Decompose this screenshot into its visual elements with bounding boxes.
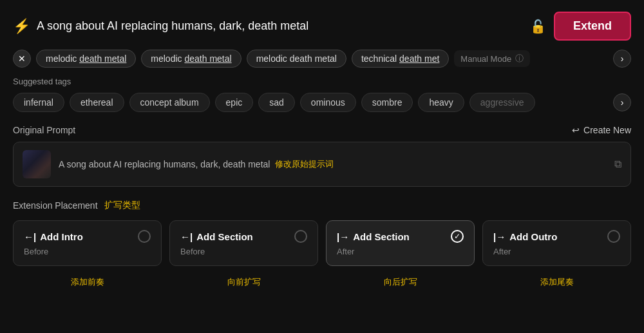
card-subtitle-1: Before (24, 247, 151, 256)
card-title-3: |→ Add Section (337, 231, 410, 242)
card-subtitle-4: After (493, 247, 620, 256)
card-title-1: ←| Add Intro (24, 231, 83, 242)
tag-pill-2[interactable]: melodic death metal (141, 50, 241, 68)
card-header-2: ←| Add Section (180, 230, 307, 243)
placement-card-add-section-after[interactable]: |→ Add Section After (326, 220, 475, 266)
card-header-4: |→ Add Outro (493, 230, 620, 243)
annotation-3: 向后扩写 (326, 276, 475, 288)
tag-pill-4[interactable]: technical death met (352, 50, 449, 68)
card-subtitle-2: Before (180, 247, 307, 256)
sug-tag-ethereal[interactable]: ethereal (70, 93, 124, 112)
thumb-image (23, 150, 51, 178)
clear-tags-button[interactable]: ✕ (13, 50, 31, 68)
tags-chevron-button[interactable]: › (613, 50, 631, 68)
sug-tag-aggressive[interactable]: aggressive (469, 93, 535, 112)
placement-cards-row: ←| Add Intro Before ←| Add Section Befor… (13, 220, 631, 266)
sug-tag-sad[interactable]: sad (258, 93, 295, 112)
radio-3[interactable] (451, 230, 464, 243)
sug-tag-ominous[interactable]: ominous (300, 93, 356, 112)
lock-icon[interactable]: 🔓 (530, 19, 546, 34)
original-prompt-row: Original Prompt ↩ Create New (13, 125, 631, 135)
placement-card-add-section-before[interactable]: ←| Add Section Before (169, 220, 318, 266)
header-left: ⚡ A song about AI replacing humans, dark… (13, 18, 308, 35)
arrow-out-icon-4: |→ (493, 231, 506, 242)
original-prompt-label: Original Prompt (13, 125, 75, 135)
placement-card-add-outro-after[interactable]: |→ Add Outro After (482, 220, 631, 266)
suggested-tags-label: Suggested tags (13, 77, 631, 86)
manual-mode-label: Manual Mode (460, 54, 511, 64)
info-icon: ⓘ (515, 53, 524, 64)
create-new-button[interactable]: ↩ Create New (572, 125, 631, 135)
copy-icon[interactable]: ⧉ (614, 158, 621, 170)
annotation-row: 添加前奏 向前扩写 向后扩写 添加尾奏 (13, 276, 631, 288)
placement-card-add-intro-before[interactable]: ←| Add Intro Before (13, 220, 162, 266)
radio-4[interactable] (607, 230, 620, 243)
header-right: 🔓 Extend (530, 12, 631, 41)
undo-icon: ↩ (572, 125, 580, 135)
arrow-in-icon-1: ←| (24, 231, 36, 242)
manual-mode-area: Manual Mode ⓘ (454, 50, 530, 67)
annotation-2: 向前扩写 (169, 276, 318, 288)
arrow-in-icon-2: ←| (180, 231, 193, 242)
card-title-4: |→ Add Outro (493, 231, 557, 242)
extend-button[interactable]: Extend (554, 12, 631, 41)
extension-placement-label: Extension Placement (13, 200, 98, 211)
radio-2[interactable] (294, 230, 307, 243)
prompt-main-text: A song about AI replacing humans, dark, … (59, 159, 270, 169)
prompt-text-area: A song about AI replacing humans, dark, … (59, 158, 607, 170)
extension-placement-row: Extension Placement 扩写类型 (13, 200, 631, 211)
sug-tag-heavy[interactable]: heavy (418, 93, 464, 112)
tag-pill-3[interactable]: melodic death metal (247, 50, 346, 68)
card-subtitle-3: After (337, 247, 464, 256)
prompt-annotation: 修改原始提示词 (275, 158, 334, 170)
card-header-1: ←| Add Intro (24, 230, 151, 243)
annotation-1: 添加前奏 (13, 276, 162, 288)
annotation-4: 添加尾奏 (482, 276, 631, 288)
prompt-thumbnail (23, 150, 51, 178)
suggested-tags-chevron-button[interactable]: › (613, 93, 631, 111)
sug-tag-concept-album[interactable]: concept album (129, 93, 210, 112)
card-title-2: ←| Add Section (180, 231, 253, 242)
bolt-icon: ⚡ (13, 18, 30, 35)
sug-tag-sombre[interactable]: sombre (361, 93, 413, 112)
sug-tag-infernal[interactable]: infernal (13, 93, 64, 112)
create-new-label: Create New (583, 125, 631, 135)
radio-1[interactable] (138, 230, 151, 243)
card-header-3: |→ Add Section (337, 230, 464, 243)
tag-pill-1[interactable]: melodic death metal (36, 50, 136, 68)
prompt-box: A song about AI replacing humans, dark, … (13, 142, 631, 187)
sug-tag-epic[interactable]: epic (215, 93, 254, 112)
extension-type-label: 扩写类型 (104, 200, 140, 211)
page-title: A song about AI replacing humans, dark, … (37, 19, 308, 33)
header-row: ⚡ A song about AI replacing humans, dark… (13, 12, 631, 41)
arrow-out-icon-3: |→ (337, 231, 349, 242)
tags-row: ✕ melodic death metal melodic death meta… (13, 50, 631, 68)
suggested-tags-row: infernal ethereal concept album epic sad… (13, 93, 631, 112)
